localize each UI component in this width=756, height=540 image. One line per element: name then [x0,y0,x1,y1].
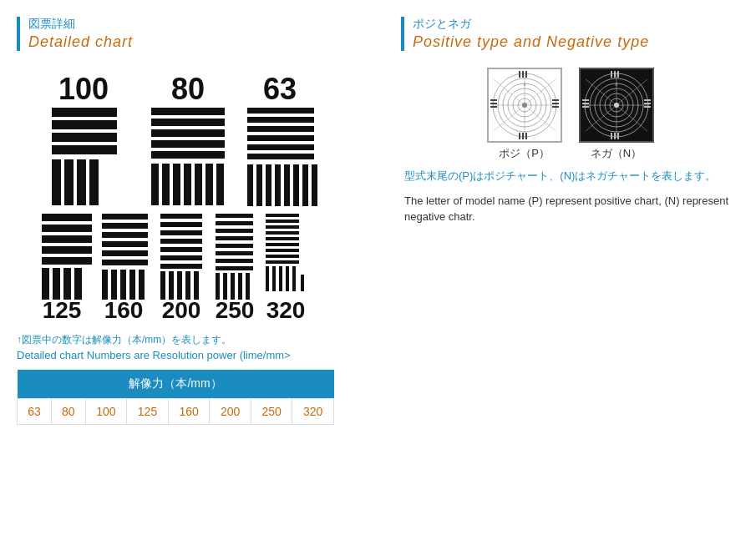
svg-rect-37 [42,214,92,221]
svg-rect-77 [216,273,220,300]
svg-rect-18 [173,164,180,205]
svg-rect-7 [52,159,61,205]
svg-rect-124 [525,71,527,78]
svg-rect-22 [216,164,224,205]
svg-rect-80 [238,273,242,300]
svg-text:125: 125 [43,297,82,323]
svg-rect-121 [552,106,559,108]
right-heading: ポジとネガ Positive type and Negative type [401,17,739,51]
svg-rect-59 [160,230,202,235]
right-column: ポジとネガ Positive type and Negative type [401,17,739,425]
left-heading-jp: 図票詳細 [28,17,368,32]
svg-rect-23 [247,108,314,114]
svg-rect-119 [552,99,559,101]
svg-rect-61 [160,247,202,252]
svg-rect-65 [169,271,174,300]
table-cell: 125 [127,399,169,425]
svg-rect-35 [302,164,308,206]
svg-rect-126 [522,133,524,139]
svg-rect-69 [216,214,253,218]
svg-rect-72 [216,236,253,240]
svg-rect-149 [611,71,612,78]
svg-rect-82 [266,214,299,217]
svg-text:250: 250 [216,297,255,323]
svg-rect-4 [52,120,117,129]
svg-rect-120 [552,103,559,104]
bullet-text-jp-1: 型式末尾の(P)はポジチャート、(N)はネガチャートを表します。 [404,168,716,184]
svg-rect-147 [644,103,651,104]
svg-rect-63 [160,264,202,269]
svg-rect-56 [139,270,145,300]
svg-rect-17 [162,164,170,205]
svg-rect-66 [177,271,182,300]
left-heading-en: Detailed chart [28,33,368,51]
svg-rect-45 [74,268,82,300]
svg-rect-81 [246,273,250,300]
table-cell: 160 [168,399,210,425]
svg-rect-83 [266,220,299,223]
svg-rect-85 [266,231,299,235]
svg-text:160: 160 [104,297,144,323]
negative-chart-wrap: R ネガ（N） [579,68,654,161]
svg-rect-8 [64,159,74,205]
svg-rect-127 [525,133,527,139]
svg-rect-123 [522,71,524,78]
svg-rect-71 [216,229,253,233]
svg-rect-116 [490,99,497,101]
svg-rect-87 [266,243,299,246]
svg-rect-89 [266,255,299,258]
svg-rect-96 [301,275,304,291]
svg-rect-62 [160,255,202,260]
svg-rect-84 [266,225,299,229]
svg-rect-32 [275,164,281,206]
svg-rect-26 [247,135,314,141]
svg-rect-30 [256,164,262,206]
svg-rect-54 [120,270,126,300]
svg-rect-50 [102,250,148,256]
svg-rect-13 [151,129,225,137]
svg-rect-3 [52,108,117,117]
table-cell: 63 [18,399,52,425]
svg-rect-46 [102,214,148,220]
svg-rect-53 [111,270,117,300]
svg-text:320: 320 [266,297,306,323]
svg-rect-67 [185,271,190,300]
left-heading: 図票詳細 Detailed chart [17,17,368,51]
svg-rect-145 [582,106,589,108]
svg-text:200: 200 [162,297,201,323]
resolution-chart-visual: 100 80 63 [33,68,342,326]
svg-rect-55 [129,270,135,300]
svg-rect-86 [266,237,299,240]
svg-rect-90 [266,260,299,264]
svg-rect-16 [151,164,159,205]
svg-rect-48 [102,232,148,238]
svg-rect-154 [617,133,619,139]
svg-rect-19 [184,164,191,205]
svg-rect-27 [247,144,314,150]
svg-rect-6 [52,145,117,154]
bullet-item-2: The letter of model name (P) represent p… [401,193,739,225]
svg-rect-31 [266,164,271,206]
svg-rect-58 [160,222,202,227]
svg-text:R: R [615,83,617,87]
svg-rect-9 [77,159,86,205]
table-cell: 100 [85,399,127,425]
bullet-text-en-1: The letter of model name (P) represent p… [404,193,739,225]
svg-rect-12 [151,119,225,126]
svg-rect-68 [194,271,199,300]
svg-rect-148 [644,106,651,108]
table-cell: 320 [292,399,334,425]
svg-rect-70 [216,221,253,225]
svg-rect-15 [151,151,225,159]
svg-rect-88 [266,249,299,252]
svg-rect-92 [272,266,276,291]
negative-chart-image: R [579,68,654,143]
svg-rect-40 [42,246,92,254]
svg-rect-78 [223,273,227,300]
svg-rect-143 [582,99,589,101]
svg-rect-41 [42,257,92,265]
svg-rect-152 [611,133,612,139]
svg-rect-5 [52,133,117,142]
svg-rect-60 [160,239,202,244]
svg-rect-39 [42,235,92,243]
